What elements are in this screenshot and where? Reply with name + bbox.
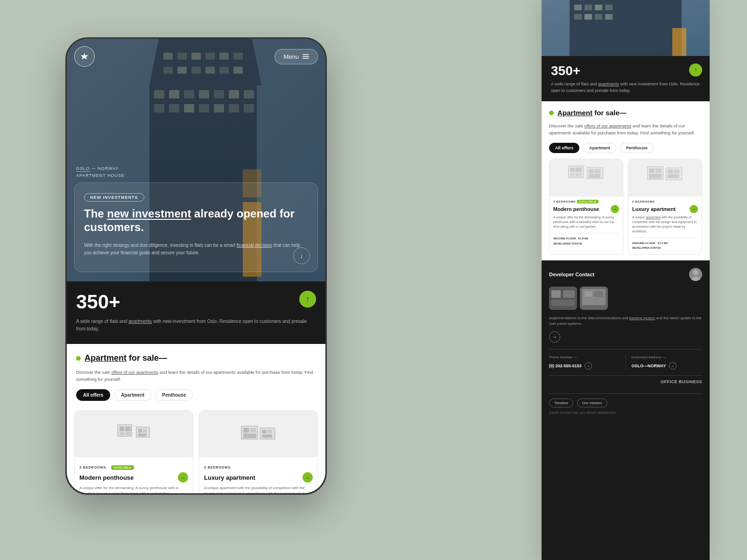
svg-rect-66 bbox=[570, 168, 575, 172]
desktop-card-footer-penthouse: SECOND FLOOR 67,8 M2DEVELOPER STATUS bbox=[553, 233, 619, 246]
svg-rect-87 bbox=[563, 290, 575, 298]
desktop-cards: 3 BEDROOMS AVAILABLE Modern penthouse → … bbox=[542, 159, 710, 260]
desktop-filter-penthouse[interactable]: Penthouse bbox=[620, 143, 654, 153]
dev-phone-label: Phone Number — bbox=[549, 355, 626, 359]
desktop-apartment-section: Apartment for sale— Discover the sale of… bbox=[542, 101, 710, 159]
svg-rect-46 bbox=[243, 428, 249, 433]
dev-phone-arrow-button[interactable]: → bbox=[585, 362, 592, 370]
apartment-for-sale-section: Apartment for sale— Discover the sale of… bbox=[67, 344, 325, 410]
svg-rect-32 bbox=[303, 54, 309, 55]
desktop-card-name-luxury: Luxury apartment bbox=[632, 206, 676, 212]
apt-desc-luxury: A unique apartment with the possibility … bbox=[204, 485, 313, 493]
scroll-down-button[interactable]: ↓ bbox=[293, 247, 310, 264]
filter-pills: All offers Apartment Penthouse bbox=[76, 389, 316, 401]
left-phone: Menu OSLO — NORWAY APARTMENT HOUSE NEW I… bbox=[65, 37, 327, 495]
hero-title-part1: The bbox=[84, 207, 107, 220]
svg-rect-42 bbox=[143, 429, 147, 433]
svg-rect-63 bbox=[605, 14, 613, 20]
menu-button[interactable]: Menu bbox=[275, 49, 318, 64]
dev-avatar bbox=[689, 268, 702, 281]
svg-rect-71 bbox=[589, 169, 593, 174]
desktop-filter-pills: All offers Apartment Penthouse bbox=[549, 143, 702, 153]
svg-rect-64 bbox=[672, 28, 686, 56]
desktop-card-desc-luxury: A unique apartment with the possibility … bbox=[632, 215, 698, 233]
svg-rect-86 bbox=[551, 290, 561, 298]
svg-rect-77 bbox=[655, 168, 662, 173]
svg-rect-38 bbox=[125, 427, 131, 431]
desktop-section-header: Apartment for sale— bbox=[549, 109, 702, 117]
svg-rect-59 bbox=[605, 5, 613, 10]
desktop-card-desc-penthouse: A unique offer for the demanding. A sunn… bbox=[553, 215, 619, 229]
desktop-stats-desc: A wide range of flats and apartments wit… bbox=[551, 81, 700, 94]
svg-rect-37 bbox=[120, 432, 124, 435]
hero-title-underline: new investment bbox=[107, 207, 191, 220]
desktop-card-arrow-penthouse[interactable]: → bbox=[611, 205, 619, 213]
developer-contact-section: Developer Contact bbox=[542, 260, 710, 560]
svg-rect-41 bbox=[138, 429, 142, 433]
dev-thumb-2 bbox=[580, 287, 608, 310]
svg-rect-50 bbox=[262, 430, 267, 434]
dev-title: Developer Contact bbox=[549, 272, 594, 277]
svg-line-44 bbox=[132, 425, 136, 427]
dev-address-value: OSLO—NORWAY → bbox=[632, 362, 703, 370]
apartment-cards-section: 3 BEDROOMS AVAILABLE Modern penthouse → … bbox=[67, 410, 325, 493]
logo-button[interactable] bbox=[74, 46, 95, 67]
svg-point-83 bbox=[693, 270, 698, 275]
svg-rect-60 bbox=[574, 14, 582, 20]
office-business-button[interactable]: OFFICE BUSINESS bbox=[661, 379, 702, 384]
dev-address-arrow-button[interactable]: → bbox=[669, 362, 677, 370]
desktop-stats-arrow-button[interactable]: ↑ bbox=[689, 63, 702, 77]
stats-arrow-button[interactable]: ↑ bbox=[299, 291, 316, 308]
svg-rect-82 bbox=[668, 175, 680, 179]
dev-arrow-button[interactable]: → bbox=[549, 331, 560, 343]
desktop-panel: 350+ A wide range of flats and apartment… bbox=[542, 0, 710, 560]
apt-name-row-luxury: Luxury apartment → bbox=[204, 472, 313, 483]
apt-bedrooms-label-luxury: 2 BEDROOMS bbox=[204, 462, 313, 470]
filter-penthouse[interactable]: Penthouse bbox=[155, 389, 193, 401]
timeline-button[interactable]: Timeline bbox=[549, 399, 573, 407]
filter-all-offers[interactable]: All offers bbox=[76, 389, 110, 401]
svg-rect-39 bbox=[125, 432, 131, 435]
svg-rect-73 bbox=[589, 174, 601, 178]
desktop-card-arrow-luxury[interactable]: → bbox=[690, 205, 698, 213]
desktop-section-title: Apartment for sale— bbox=[557, 109, 627, 117]
apt-card-image-penthouse bbox=[75, 411, 193, 457]
apt-arrow-button-luxury[interactable]: → bbox=[303, 472, 313, 483]
desktop-filter-all-offers[interactable]: All offers bbox=[549, 143, 579, 153]
dev-phone-section: Phone Number — (0) 202-555-0153 → bbox=[549, 355, 626, 370]
svg-rect-91 bbox=[585, 291, 592, 297]
dev-desc: Implementations to the telecommunication… bbox=[549, 315, 702, 327]
hero-location: OSLO — NORWAY APARTMENT HOUSE bbox=[76, 165, 125, 179]
svg-rect-33 bbox=[303, 56, 309, 57]
apt-bedrooms-label: 3 BEDROOMS AVAILABLE bbox=[79, 462, 188, 470]
apt-arrow-button[interactable]: → bbox=[178, 472, 188, 483]
copyright-text: ©2023 STUDIO INC. ALL RIGHT RESERVED. bbox=[549, 411, 702, 414]
dev-footer: Timeline Our mission bbox=[549, 393, 702, 407]
filter-apartment[interactable]: Apartment bbox=[114, 389, 151, 401]
apt-name-row: Modern penthouse → bbox=[79, 472, 188, 483]
svg-rect-48 bbox=[243, 434, 256, 438]
apt-card-luxury: 2 BEDROOMS Luxury apartment → A unique a… bbox=[199, 410, 318, 493]
desktop-section-desc: Discover the sale offers of our apartmen… bbox=[549, 122, 702, 136]
hero-desc: With the right strategy and due diligenc… bbox=[84, 242, 308, 257]
svg-rect-52 bbox=[262, 434, 272, 438]
dev-header: Developer Contact bbox=[549, 268, 702, 281]
svg-rect-36 bbox=[120, 427, 124, 431]
dev-thumbnails bbox=[549, 287, 702, 310]
desktop-green-dot-icon bbox=[549, 111, 554, 115]
desktop-card-name-penthouse: Modern penthouse bbox=[553, 206, 599, 212]
svg-rect-72 bbox=[594, 169, 601, 174]
desktop-filter-apartment[interactable]: Apartment bbox=[583, 143, 616, 153]
hero-card: NEW INVESTMENTS The new investment alrea… bbox=[74, 182, 318, 272]
svg-rect-69 bbox=[576, 173, 582, 177]
desktop-stats-bar: 350+ A wide range of flats and apartment… bbox=[542, 56, 710, 101]
svg-rect-76 bbox=[649, 168, 655, 173]
our-mission-button[interactable]: Our mission bbox=[577, 399, 607, 407]
apt-desc-penthouse: A unique offer for the demanding. A sunn… bbox=[79, 485, 188, 493]
desktop-card-footer-luxury: GROUND FLOOR 47,2 M2DEVELOPER STATUS bbox=[632, 238, 698, 251]
desktop-apt-body-penthouse: 3 BEDROOMS AVAILABLE Modern penthouse → … bbox=[550, 196, 623, 250]
desktop-apt-img-luxury bbox=[628, 159, 702, 196]
svg-rect-34 bbox=[303, 58, 309, 59]
new-investments-badge: NEW INVESTMENTS bbox=[84, 193, 144, 202]
dev-phone-value: (0) 202-555-0153 → bbox=[549, 362, 626, 370]
